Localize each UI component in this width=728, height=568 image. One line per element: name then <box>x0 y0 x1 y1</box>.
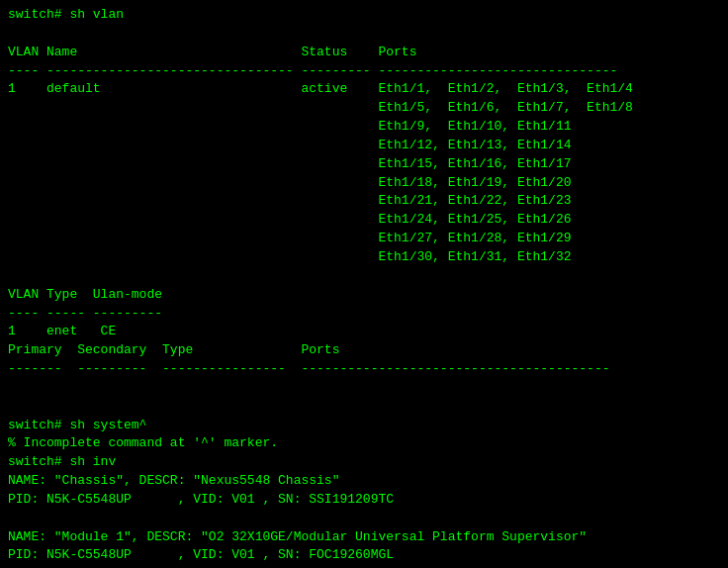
terminal-output: switch# sh vlan VLAN Name Status Ports -… <box>8 6 720 568</box>
